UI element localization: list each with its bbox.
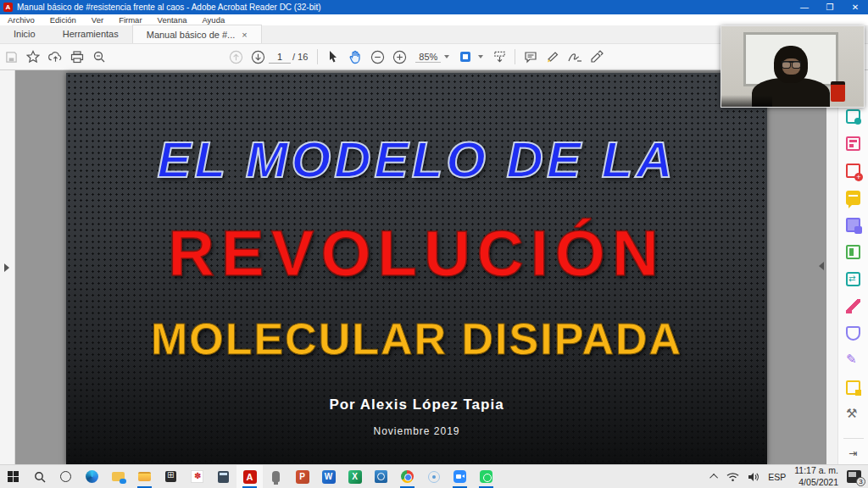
- window-title: Manual básico de #resistencia frente al …: [17, 3, 792, 12]
- comment-icon[interactable]: [520, 47, 542, 67]
- webcam-overlay[interactable]: [721, 25, 865, 108]
- menu-ayuda[interactable]: Ayuda: [194, 15, 232, 25]
- menu-ver[interactable]: Ver: [84, 15, 111, 25]
- excel-button[interactable]: X: [342, 465, 368, 488]
- acrobat-icon: A: [243, 470, 257, 484]
- zoom-app-icon: [453, 470, 466, 483]
- calculator-button[interactable]: [210, 465, 236, 488]
- vertical-scrollbar[interactable]: [826, 70, 837, 464]
- red-object: [831, 81, 845, 102]
- edge-icon: [86, 470, 98, 483]
- hand-tool-icon[interactable]: [344, 47, 366, 67]
- fill-sign-icon[interactable]: [846, 353, 860, 368]
- clock[interactable]: 11:17 a. m. 4/05/2021: [794, 465, 838, 487]
- tab-close-icon[interactable]: ×: [242, 30, 247, 40]
- stamp-icon[interactable]: [586, 47, 608, 67]
- calculator-icon: [218, 471, 229, 483]
- whatsapp-button[interactable]: [473, 465, 499, 488]
- tools-pane-toggle-icon[interactable]: [819, 262, 824, 270]
- zoom-app-button[interactable]: [447, 465, 473, 488]
- windows-logo-icon: [8, 471, 19, 482]
- highlight-icon[interactable]: [542, 47, 564, 67]
- document-area: EL MODELO DE LA REVOLUCIÓN MOLECULAR DIS…: [0, 70, 868, 464]
- menu-firmar[interactable]: Firmar: [111, 15, 149, 25]
- capture-app-button[interactable]: [420, 465, 447, 488]
- menu-archivo[interactable]: Archivo: [0, 15, 42, 25]
- select-tool-icon[interactable]: [322, 47, 344, 67]
- tab-herramientas-label: Herramientas: [63, 29, 119, 39]
- remote-app-button[interactable]: [368, 465, 394, 488]
- share-cloud-icon[interactable]: [44, 47, 66, 67]
- tab-inicio[interactable]: Inicio: [0, 25, 49, 43]
- onedrive-folder-button[interactable]: [105, 465, 131, 488]
- edit-pdf-icon[interactable]: [846, 136, 860, 151]
- slide-author: Por Alexis López Tapia: [329, 396, 504, 413]
- fit-page-icon[interactable]: [454, 47, 476, 67]
- acrobat-app-icon: A: [3, 3, 13, 12]
- tray-time: 11:17 a. m.: [794, 465, 838, 475]
- scroll-mode-icon[interactable]: [488, 47, 510, 67]
- volume-icon[interactable]: [748, 472, 760, 482]
- zoom-dropdown-icon[interactable]: [444, 55, 449, 58]
- acrobat-taskbar-button[interactable]: A: [236, 465, 263, 488]
- remote-app-icon: [375, 470, 387, 483]
- combine-files-icon[interactable]: [846, 218, 860, 232]
- presenter-glasses: [782, 61, 801, 67]
- compress-pdf-icon[interactable]: [846, 272, 860, 286]
- word-button[interactable]: W: [315, 465, 342, 488]
- microsoft-store-button[interactable]: [158, 465, 184, 488]
- zoom-in-icon[interactable]: [388, 47, 410, 67]
- tab-document-label: Manual básico de #...: [147, 30, 236, 40]
- gift-icon: [191, 470, 203, 483]
- redact-icon[interactable]: [846, 299, 860, 313]
- find-icon[interactable]: [88, 47, 110, 67]
- protect-icon[interactable]: [846, 326, 860, 341]
- powerpoint-button[interactable]: P: [289, 465, 315, 488]
- start-button[interactable]: [0, 465, 26, 488]
- export-pdf-icon[interactable]: [846, 109, 860, 124]
- chrome-button[interactable]: [394, 465, 420, 488]
- tray-expand-icon[interactable]: [709, 474, 718, 482]
- pdf-page[interactable]: EL MODELO DE LA REVOLUCIÓN MOLECULAR DIS…: [66, 73, 767, 464]
- language-indicator[interactable]: ESP: [768, 472, 786, 482]
- tab-inicio-label: Inicio: [14, 29, 36, 39]
- system-tray: ESP 11:17 a. m. 4/05/2021 3: [712, 465, 868, 487]
- maximize-button[interactable]: ❐: [817, 0, 843, 14]
- acrobat-reader-window: A Manual básico de #resistencia frente a…: [0, 0, 868, 488]
- request-signatures-icon[interactable]: [846, 380, 860, 395]
- cortana-button[interactable]: [53, 465, 79, 488]
- notification-center-button[interactable]: 3: [847, 470, 861, 483]
- file-explorer-button[interactable]: [131, 465, 158, 488]
- favorite-star-icon[interactable]: [22, 47, 44, 67]
- title-bar: A Manual básico de #resistencia frente a…: [0, 0, 868, 14]
- save-icon[interactable]: [0, 47, 22, 67]
- zoom-out-icon[interactable]: [366, 47, 388, 67]
- tab-document[interactable]: Manual básico de #... ×: [132, 25, 262, 43]
- minimize-button[interactable]: —: [792, 0, 817, 14]
- page-number-input[interactable]: [269, 50, 291, 64]
- tab-herramientas[interactable]: Herramientas: [49, 25, 132, 43]
- page-down-icon[interactable]: [247, 47, 269, 67]
- excel-icon: X: [348, 470, 362, 484]
- nav-pane-toggle-icon[interactable]: [4, 263, 9, 272]
- fit-dropdown-icon[interactable]: [478, 55, 483, 58]
- collapse-panel-icon[interactable]: ⇥: [849, 447, 857, 459]
- rewards-button[interactable]: [184, 465, 210, 488]
- sign-icon[interactable]: [564, 47, 586, 67]
- more-tools-icon[interactable]: [846, 408, 860, 422]
- page-up-icon[interactable]: [225, 47, 247, 67]
- organize-pages-icon[interactable]: [846, 245, 860, 259]
- chrome-icon: [401, 470, 414, 483]
- wifi-icon[interactable]: [726, 472, 739, 482]
- comment-tool-icon[interactable]: [846, 191, 860, 205]
- menu-ventana[interactable]: Ventana: [150, 15, 195, 25]
- menu-edicion[interactable]: Edición: [42, 15, 84, 25]
- create-pdf-icon[interactable]: [846, 164, 860, 178]
- edge-button[interactable]: [79, 465, 105, 488]
- notification-badge: 3: [856, 477, 865, 486]
- taskbar-search-button[interactable]: [26, 465, 53, 488]
- zoom-level-label[interactable]: 85%: [415, 52, 441, 63]
- print-icon[interactable]: [66, 47, 88, 67]
- voice-recorder-button[interactable]: [263, 465, 289, 488]
- close-button[interactable]: ✕: [843, 0, 868, 14]
